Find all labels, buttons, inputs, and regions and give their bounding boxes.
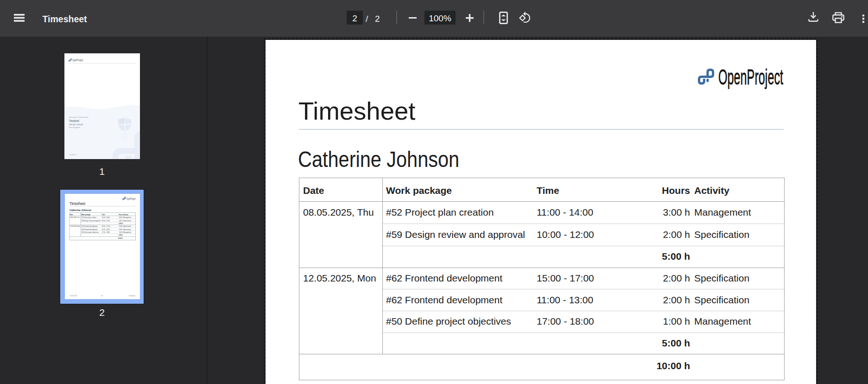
svg-text:#62 Frontend development: #62 Frontend development <box>81 225 97 227</box>
svg-text:Date: Date <box>70 214 73 216</box>
svg-text:Management: Management <box>123 217 131 218</box>
svg-text:Hanna Mcwggphone: Hanna Mcwggphone <box>69 127 80 128</box>
svg-text:#50 Define project objectives: #50 Define project objectives <box>81 231 99 233</box>
svg-text:12.05.2025, Mon: 12.05.2025, Mon <box>70 225 80 227</box>
svg-text:2:00 h: 2:00 h <box>119 220 123 222</box>
svg-text:17:00 - 18:00: 17:00 - 18:00 <box>101 231 110 233</box>
svg-text:Timesheet: Timesheet <box>70 201 86 206</box>
svg-text:#62 Frontend development: #62 Frontend development <box>81 229 97 230</box>
svg-text:13.05.2025 09:07: 13.05.2025 09:07 <box>69 154 76 156</box>
svg-text:Specification: Specification <box>123 225 131 227</box>
svg-text:08.05.2025 - 14.05.2025: 08.05.2025 - 14.05.2025 <box>69 124 83 126</box>
svg-text:10:00 h: 10:00 h <box>118 237 122 239</box>
svg-text:Work package: Work package <box>81 214 90 216</box>
svg-text:11:00 - 14:00: 11:00 - 14:00 <box>101 217 109 218</box>
svg-text:5:00 h: 5:00 h <box>119 223 123 224</box>
svg-text:Activity: Activity <box>123 214 128 216</box>
svg-text:13.05.2025: 13.05.2025 <box>70 295 77 297</box>
svg-text:Specification: Specification <box>123 220 131 222</box>
svg-text:Demo project | Timesheet rep: Demo project | Timesheet report <box>69 116 89 118</box>
svg-text:Specification: Specification <box>123 229 131 230</box>
svg-text:08.05.2025, Thu: 08.05.2025, Thu <box>70 217 80 218</box>
svg-text:5:00 h: 5:00 h <box>119 234 123 236</box>
svg-text:#59 Design review and approval: #59 Design review and approval <box>81 220 101 222</box>
svg-text:OpenProject: OpenProject <box>718 67 783 89</box>
svg-text:3:00 h: 3:00 h <box>119 217 123 218</box>
svg-text:#52 Project plan creation: #52 Project plan creation <box>81 217 96 218</box>
svg-text:2/2: 2/2 <box>101 295 103 297</box>
svg-text:2:00 h: 2:00 h <box>119 225 123 227</box>
svg-text:OpenProject: OpenProject <box>72 58 83 62</box>
svg-text:Hours: Hours <box>119 214 123 216</box>
svg-text:10:00 - 12:00: 10:00 - 12:00 <box>101 220 110 222</box>
svg-text:Management: Management <box>123 231 131 233</box>
svg-text:Catherine Johnson: Catherine Johnson <box>70 209 92 211</box>
svg-text:Timesheet: Timesheet <box>128 295 135 297</box>
svg-text:Time: Time <box>101 214 105 216</box>
svg-text:11:00 - 13:00: 11:00 - 13:00 <box>101 229 109 230</box>
svg-text:1:00 h: 1:00 h <box>119 231 123 233</box>
svg-text:15:00 - 17:00: 15:00 - 17:00 <box>101 225 110 227</box>
svg-text:Timesheet: Timesheet <box>69 119 79 123</box>
svg-text:2:00 h: 2:00 h <box>119 229 123 230</box>
svg-text:OpenProject: OpenProject <box>127 197 136 201</box>
